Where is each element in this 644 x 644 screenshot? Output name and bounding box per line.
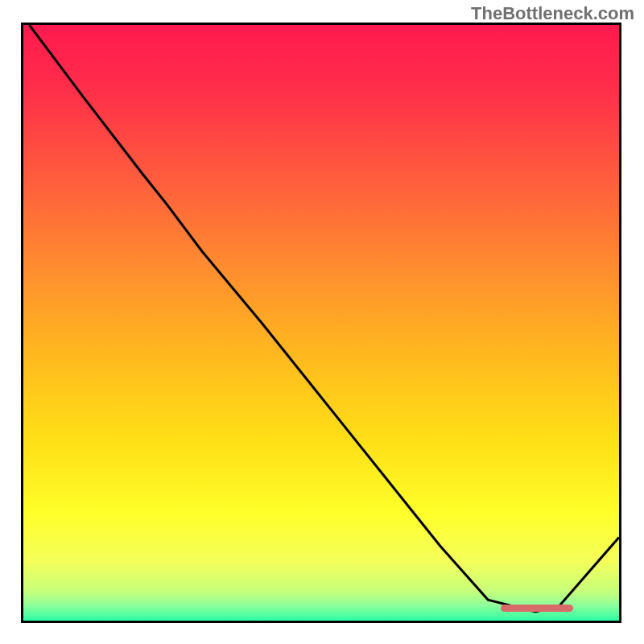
- watermark-text: TheBottleneck.com: [471, 3, 634, 24]
- chart-background: [23, 25, 619, 621]
- optimal-region-marker: [501, 605, 573, 612]
- chart-frame: [21, 23, 621, 623]
- chart-svg: [23, 25, 619, 621]
